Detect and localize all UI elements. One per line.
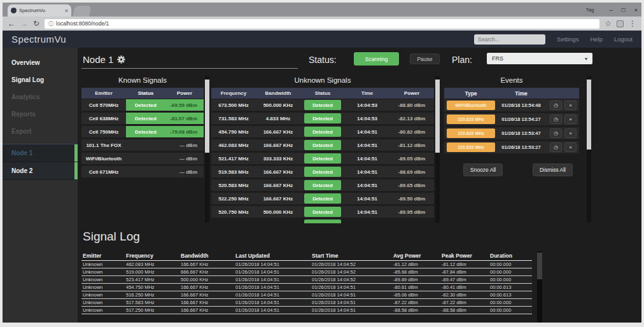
- duration-cell: 00:00.613: [490, 284, 532, 290]
- favicon-icon: [11, 8, 17, 13]
- reload-icon[interactable]: ↻: [33, 20, 39, 27]
- frequency-cell: 521.417 MHz: [211, 153, 256, 164]
- node-name: Node 1: [83, 54, 113, 65]
- snooze-event-button[interactable]: ◷: [550, 129, 562, 138]
- power-cell: --- dBm: [165, 139, 204, 151]
- snooze-event-button[interactable]: ◷: [550, 115, 562, 124]
- snooze-all-button[interactable]: Snooze All: [463, 164, 503, 176]
- time-cell: 14:04:51: [345, 206, 389, 218]
- status-cell: Detected: [300, 166, 345, 177]
- last-updated-cell: 01/26/2018 14:04:51: [235, 284, 312, 290]
- partial-row-indicator: [304, 219, 341, 223]
- browser-menu-icon[interactable]: ⋮: [629, 20, 636, 27]
- scanning-status-button[interactable]: Scanning: [354, 52, 399, 66]
- power-cell: -89.05 dBm: [389, 153, 434, 164]
- node-label: Node 2: [11, 167, 32, 174]
- scrollbar-thumb[interactable]: [435, 80, 440, 153]
- scrollbar-thumb[interactable]: [205, 80, 209, 153]
- site-info-icon[interactable]: ⓘ: [48, 20, 53, 27]
- detected-chip: Detected: [304, 153, 341, 164]
- event-type-badge: WiFi/Bluetooth: [447, 101, 495, 110]
- avg-power-cell: -85.68 dBm: [393, 269, 442, 275]
- minimize-icon[interactable]: –: [609, 6, 612, 13]
- col-last-updated: Last Updated: [235, 253, 312, 259]
- sidebar-node-item[interactable]: Node 1: [3, 144, 78, 162]
- bookmark-star-icon[interactable]: ☆: [605, 20, 612, 27]
- event-time: 01/26/18 13:53:47: [495, 130, 547, 136]
- address-bar[interactable]: ⓘ localhost:8080/node/1: [45, 19, 599, 29]
- power-cell: --- dBm: [165, 166, 204, 177]
- duration-cell: 00:00.000: [490, 269, 532, 275]
- dismiss-all-button[interactable]: Dismiss All: [533, 164, 573, 176]
- dismiss-event-button[interactable]: ×: [564, 143, 577, 152]
- gear-icon[interactable]: [117, 55, 125, 64]
- extension-icon[interactable]: [617, 20, 624, 27]
- bandwidth-cell: 166.667 KHz: [181, 292, 235, 298]
- sidebar-item[interactable]: Reports: [3, 106, 78, 123]
- browser-tab[interactable]: SpectrumVu ×: [8, 4, 71, 17]
- clock-icon: ◷: [554, 102, 558, 108]
- pause-button[interactable]: Pause: [410, 53, 440, 64]
- frequency-cell: 519.000 MHz: [126, 269, 181, 275]
- sidebar-item[interactable]: Analytics: [3, 88, 78, 106]
- forward-icon[interactable]: →: [20, 20, 28, 27]
- url-text: localhost:8080/node/1: [56, 20, 109, 27]
- frequency-cell: 523.417 MHz: [126, 277, 181, 282]
- back-icon[interactable]: ←: [8, 20, 15, 27]
- maximize-icon[interactable]: □: [622, 6, 626, 13]
- emitter-cell: Cell 638MHz: [81, 113, 126, 124]
- col-status: Status: [300, 90, 345, 96]
- clock-icon: ◷: [554, 116, 558, 122]
- signal-log-row: Unknown 516.250 MHz 166.667 KHz 01/26/20…: [81, 291, 532, 299]
- status-cell: Detected: [300, 113, 345, 124]
- avg-power-cell: -81.12 dBm: [393, 261, 442, 267]
- new-tab-button[interactable]: [73, 6, 92, 17]
- plan-select[interactable]: FRS ▾: [487, 53, 592, 64]
- status-cell: Detected: [126, 99, 165, 111]
- status-cell: [126, 153, 165, 164]
- tab-close-icon[interactable]: ×: [65, 8, 68, 14]
- unknown-signals-header: Frequency Bandwidth Status Time Power: [211, 88, 434, 99]
- power-cell: -79.08 dBm: [165, 126, 204, 137]
- browser-profile-label[interactable]: Tag: [585, 7, 594, 13]
- sidebar-item[interactable]: Export: [3, 123, 78, 140]
- power-cell: -88.69 dBm: [389, 166, 434, 177]
- sidebar-node-item[interactable]: Node 2: [3, 162, 78, 180]
- known-signals-title: Known Signals: [81, 76, 204, 85]
- last-updated-cell: 01/26/2018 14:04:51: [235, 269, 312, 275]
- scrollbar-thumb[interactable]: [587, 80, 591, 150]
- plan-selected-value: FRS: [492, 55, 503, 62]
- start-time-cell: 01/26/2018 14:04:51: [312, 284, 393, 290]
- col-time: Time: [495, 90, 547, 97]
- logout-link[interactable]: Logout: [614, 36, 633, 43]
- events-scrollbar: [587, 76, 591, 223]
- settings-link[interactable]: Settings: [557, 36, 578, 43]
- time-cell: 14:04:53: [345, 99, 389, 111]
- sidebar-item[interactable]: Overview: [3, 54, 78, 71]
- power-cell: -69.59 dBm: [165, 99, 204, 111]
- col-bandwidth: Bandwidth: [181, 253, 235, 259]
- help-link[interactable]: Help: [590, 36, 603, 43]
- status-cell: Detected: [300, 179, 345, 191]
- chevron-down-icon: ▾: [585, 56, 587, 62]
- avg-power-cell: -87.22 dBm: [393, 300, 442, 305]
- power-cell: -81.07 dBm: [165, 113, 204, 124]
- status-cell: [126, 166, 165, 177]
- frequency-cell: 517.583 MHz: [126, 300, 181, 305]
- start-time-cell: 01/26/2018 14:04:51: [312, 300, 393, 305]
- duration-cell: 00:00.000: [490, 277, 532, 282]
- last-updated-cell: 01/26/2018 14:04:51: [235, 300, 312, 305]
- dismiss-event-button[interactable]: ×: [564, 129, 577, 138]
- dismiss-event-button[interactable]: ×: [564, 101, 577, 110]
- plan-label: Plan:: [452, 55, 472, 65]
- frequency-cell: 522.250 MHz: [211, 193, 256, 204]
- scrollbar-thumb[interactable]: [537, 253, 542, 279]
- snooze-event-button[interactable]: ◷: [550, 101, 562, 110]
- close-icon[interactable]: ×: [634, 6, 638, 13]
- col-status: Status: [126, 90, 165, 96]
- snooze-event-button[interactable]: ◷: [550, 143, 562, 152]
- search-input[interactable]: [474, 34, 545, 45]
- dismiss-event-button[interactable]: ×: [564, 115, 577, 124]
- sidebar-item[interactable]: Signal Log: [3, 71, 78, 88]
- bandwidth-cell: 166.667 KHz: [256, 126, 300, 137]
